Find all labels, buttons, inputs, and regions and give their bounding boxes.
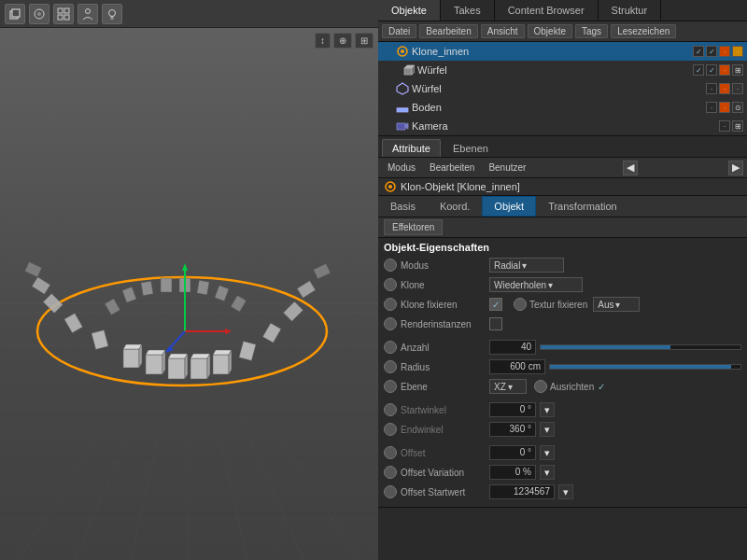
badge-row3-3[interactable]: · <box>732 83 743 94</box>
prop-tab-objekt[interactable]: Objekt <box>482 196 536 217</box>
prop-dropdown-textur[interactable]: Aus ▾ <box>593 297 640 312</box>
prop-circle-offset-start[interactable] <box>384 485 397 498</box>
badge-row5-1[interactable]: · <box>719 120 730 132</box>
prop-circle-radius[interactable] <box>384 360 397 373</box>
badge-row4-3[interactable]: ⊙ <box>732 102 743 113</box>
attr-tab-attribute[interactable]: Attribute <box>382 139 441 157</box>
prop-circle-textur-fix[interactable] <box>514 298 527 311</box>
attr-tab-ebenen[interactable]: Ebenen <box>443 139 499 157</box>
arrow-right-btn[interactable]: ▶ <box>728 161 743 175</box>
svg-rect-28 <box>168 358 185 379</box>
badge-row4-1[interactable]: · <box>706 102 717 113</box>
prop-circle-startwinkel[interactable] <box>384 403 397 416</box>
person-tool-icon[interactable] <box>78 4 98 24</box>
prop-circle-klone-fix[interactable] <box>384 298 397 311</box>
prop-dropdown-modus[interactable]: Radial ▾ <box>489 258 564 273</box>
badge-vis1[interactable]: ✓ <box>693 46 704 57</box>
endwinkel-input[interactable]: 360 ° <box>489 422 536 437</box>
offset-var-input[interactable]: 0 % <box>489 465 536 480</box>
badge-vis2[interactable]: ✓ <box>706 46 717 57</box>
offset-start-input[interactable]: 1234567 <box>489 484 555 499</box>
badge-dot3[interactable]: · <box>719 64 730 76</box>
renderinst-checkbox[interactable] <box>489 317 502 330</box>
viewport-arrows-btn[interactable]: ↕ <box>315 33 331 49</box>
prop-circle-modus[interactable] <box>384 259 397 272</box>
object-row-klone-innen[interactable]: Klone_innen ✓ ✓ · · <box>378 42 747 61</box>
badge-row5-2[interactable]: ⊞ <box>732 120 743 132</box>
badge-dot1[interactable]: · <box>719 46 730 57</box>
menu-bearbeiten[interactable]: Bearbeiten <box>419 24 477 38</box>
startwinkel-stepper[interactable]: ▾ <box>540 402 555 417</box>
svg-point-78 <box>388 185 392 189</box>
anzahl-slider[interactable] <box>540 344 741 350</box>
prop-label-radius: Radius <box>401 362 489 372</box>
badge-vis4[interactable]: ✓ <box>706 64 717 76</box>
badge-row4-2[interactable]: · <box>719 102 730 113</box>
attr-menu-modus[interactable]: Modus <box>382 161 421 174</box>
badge-dot2[interactable]: · <box>732 46 743 57</box>
svg-rect-7 <box>64 15 69 20</box>
arrow-left-btn[interactable]: ◀ <box>623 161 638 175</box>
badge-row3-2[interactable]: · <box>719 83 730 94</box>
anzahl-input[interactable]: 40 <box>489 340 536 355</box>
badge-grid[interactable]: ⊞ <box>732 64 743 76</box>
effektoren-bar: Effektoren <box>378 217 747 238</box>
3d-viewport[interactable]: ↕ ⊕ ⊞ <box>0 28 378 560</box>
attr-menu-benutzer[interactable]: Benutzer <box>483 161 531 174</box>
grid-tool-icon[interactable] <box>53 4 74 24</box>
prop-row-klone-fixieren: Klone fixieren ✓ Textur fixieren Aus ▾ <box>384 296 741 313</box>
prop-circle-ausrichten[interactable] <box>534 380 547 393</box>
prop-circle-offset-var[interactable] <box>384 466 397 479</box>
main-tab-bar: Objekte Takes Content Browser Struktur <box>378 0 747 21</box>
startwinkel-input[interactable]: 0 ° <box>489 402 536 417</box>
axis-tool-icon[interactable] <box>29 4 49 24</box>
menu-tags[interactable]: Tags <box>575 24 608 38</box>
radius-input[interactable]: 600 cm <box>489 359 545 374</box>
prop-dropdown-ebene[interactable]: XZ ▾ <box>489 379 527 394</box>
modus-dropdown-value: Radial <box>494 260 520 271</box>
klone-fix-checkbox[interactable]: ✓ <box>489 298 502 311</box>
prop-row-offset: Offset 0 ° ▾ <box>384 444 741 461</box>
bulb-tool-icon[interactable] <box>102 4 122 24</box>
prop-circle-anzahl[interactable] <box>384 341 397 354</box>
object-badges-row5: · ⊞ <box>719 120 743 132</box>
tab-objekte[interactable]: Objekte <box>378 0 441 21</box>
radius-slider[interactable] <box>549 364 741 370</box>
object-row-wurfel-standalone[interactable]: Würfel · · · <box>378 79 747 98</box>
svg-rect-34 <box>190 358 207 379</box>
endwinkel-stepper[interactable]: ▾ <box>540 422 555 437</box>
offset-var-stepper[interactable]: ▾ <box>540 465 555 480</box>
tab-struktur[interactable]: Struktur <box>599 0 662 21</box>
offset-start-stepper[interactable]: ▾ <box>558 484 573 499</box>
effektoren-button[interactable]: Effektoren <box>384 219 443 235</box>
offset-stepper[interactable]: ▾ <box>540 445 555 460</box>
offset-input[interactable]: 0 ° <box>489 445 536 460</box>
prop-label-ebene: Ebene <box>401 382 489 392</box>
prop-circle-renderinst[interactable] <box>384 317 397 330</box>
properties-scroll[interactable]: Objekt-Eigenschaften Modus Radial ▾ Klon… <box>378 238 747 560</box>
prop-dropdown-klone[interactable]: Wiederholen ▾ <box>489 277 583 292</box>
object-row-boden[interactable]: Boden · · ⊙ <box>378 98 747 117</box>
cube-tool-icon[interactable] <box>5 4 25 24</box>
prop-circle-klone[interactable] <box>384 278 397 291</box>
object-row-kamera[interactable]: Kamera · ⊞ <box>378 117 747 135</box>
badge-row3-1[interactable]: · <box>706 83 717 94</box>
menu-ansicht[interactable]: Ansicht <box>481 24 525 38</box>
menu-datei[interactable]: Datei <box>382 24 416 38</box>
attr-menu-bearbeiten[interactable]: Bearbeiten <box>424 161 480 174</box>
prop-tab-koord[interactable]: Koord. <box>428 196 482 217</box>
badge-vis3[interactable]: ✓ <box>693 64 704 76</box>
menu-objekte[interactable]: Objekte <box>528 24 572 38</box>
viewport-zoom-btn[interactable]: ⊞ <box>355 33 374 49</box>
menu-lesezeichen[interactable]: Lesezeichen <box>611 24 676 38</box>
prop-circle-endwinkel[interactable] <box>384 423 397 436</box>
svg-rect-31 <box>146 355 162 374</box>
prop-tab-basis[interactable]: Basis <box>378 196 428 217</box>
prop-circle-ebene[interactable] <box>384 380 397 393</box>
tab-content-browser[interactable]: Content Browser <box>495 0 599 21</box>
prop-tab-transformation[interactable]: Transformation <box>536 196 629 217</box>
viewport-move-btn[interactable]: ⊕ <box>333 33 352 49</box>
object-row-wurfel-child[interactable]: Würfel ✓ ✓ · ⊞ <box>378 61 747 79</box>
prop-circle-offset[interactable] <box>384 446 397 459</box>
tab-takes[interactable]: Takes <box>441 0 495 21</box>
